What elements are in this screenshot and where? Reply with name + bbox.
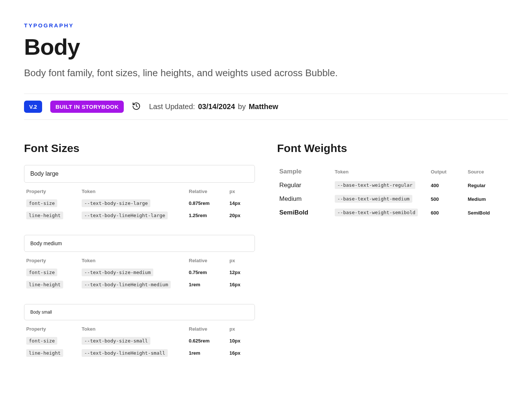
col-output: Output bbox=[429, 165, 466, 178]
storybook-badge[interactable]: BUILT IN STORYBOOK bbox=[50, 101, 124, 113]
token-cell: --text-body-lineHeight-medium bbox=[82, 281, 171, 288]
page-title: Body bbox=[24, 34, 508, 60]
last-updated-date: 03/14/2024 bbox=[198, 102, 235, 111]
table-row: font-size--text-body-size-small0.625rem1… bbox=[24, 335, 255, 347]
weight-output: 400 bbox=[431, 183, 439, 188]
table-row: SemiBold--base-text-weight-semibold600Se… bbox=[277, 206, 508, 219]
token-cell: --text-body-lineHeight-large bbox=[82, 212, 168, 219]
version-badge: V.2 bbox=[24, 101, 42, 113]
weight-token: --base-text-weight-regular bbox=[335, 181, 415, 189]
col-relative: Relative bbox=[187, 185, 227, 197]
sample-box: Body large bbox=[24, 165, 255, 183]
font-size-table: PropertyTokenRelativepxfont-size--text-b… bbox=[24, 254, 255, 291]
font-size-table: PropertyTokenRelativepxfont-size--text-b… bbox=[24, 185, 255, 222]
table-row: Regular--base-text-weight-regular400Regu… bbox=[277, 178, 508, 192]
col-relative: Relative bbox=[187, 254, 227, 266]
relative-cell: 1.25rem bbox=[189, 213, 207, 218]
col-px: px bbox=[227, 254, 255, 266]
property-cell: font-size bbox=[26, 269, 57, 276]
table-row: font-size--text-body-size-large0.875rem1… bbox=[24, 197, 255, 209]
sample-box: Body medium bbox=[24, 235, 255, 252]
table-row: line-height--text-body-lineHeight-small1… bbox=[24, 347, 255, 359]
px-cell: 16px bbox=[229, 282, 241, 287]
font-weights-table: Sample Token Output Source Regular--base… bbox=[277, 165, 508, 219]
table-row: line-height--text-body-lineHeight-medium… bbox=[24, 278, 255, 291]
property-cell: line-height bbox=[26, 212, 63, 219]
by-label: by bbox=[238, 102, 246, 111]
token-cell: --text-body-size-medium bbox=[82, 269, 153, 276]
font-size-table: PropertyTokenRelativepxfont-size--text-b… bbox=[24, 322, 255, 359]
weight-token: --base-text-weight-medium bbox=[335, 195, 412, 203]
last-updated: Last Updated: 03/14/2024 by Matthew bbox=[149, 102, 278, 111]
weight-source: Regular bbox=[468, 183, 485, 188]
eyebrow: TYPOGRAPHY bbox=[24, 22, 508, 28]
col-relative: Relative bbox=[187, 322, 227, 335]
relative-cell: 0.875rem bbox=[189, 200, 209, 206]
author: Matthew bbox=[249, 102, 278, 111]
table-row: font-size--text-body-size-medium0.75rem1… bbox=[24, 266, 255, 278]
weight-source: Medium bbox=[468, 196, 486, 202]
sample-box: Body small bbox=[24, 304, 255, 320]
col-token: Token bbox=[332, 165, 429, 178]
weight-token: --base-text-weight-semibold bbox=[335, 209, 418, 216]
col-token: Token bbox=[79, 254, 187, 266]
col-sample: Sample bbox=[277, 165, 332, 178]
weight-output: 600 bbox=[431, 210, 439, 216]
property-cell: font-size bbox=[26, 337, 57, 345]
page-description: Body font family, font sizes, line heigh… bbox=[24, 67, 508, 79]
token-cell: --text-body-size-large bbox=[82, 199, 150, 207]
weight-sample: Regular bbox=[277, 178, 332, 192]
token-cell: --text-body-lineHeight-small bbox=[82, 349, 168, 357]
px-cell: 14px bbox=[229, 200, 241, 206]
col-property: Property bbox=[24, 185, 79, 197]
relative-cell: 1rem bbox=[189, 350, 200, 356]
px-cell: 10px bbox=[229, 338, 241, 344]
last-updated-label: Last Updated: bbox=[149, 102, 195, 111]
table-row: line-height--text-body-lineHeight-large1… bbox=[24, 209, 255, 222]
meta-row: V.2 BUILT IN STORYBOOK Last Updated: 03/… bbox=[24, 94, 508, 120]
relative-cell: 0.75rem bbox=[189, 270, 207, 275]
col-token: Token bbox=[79, 322, 187, 335]
weight-output: 500 bbox=[431, 196, 439, 202]
token-cell: --text-body-size-small bbox=[82, 337, 150, 345]
history-icon[interactable] bbox=[132, 102, 141, 112]
font-sizes-title: Font Sizes bbox=[24, 142, 255, 155]
col-px: px bbox=[227, 322, 255, 335]
px-cell: 12px bbox=[229, 270, 241, 275]
property-cell: line-height bbox=[26, 349, 63, 357]
col-property: Property bbox=[24, 254, 79, 266]
col-source: Source bbox=[466, 165, 508, 178]
property-cell: font-size bbox=[26, 199, 57, 207]
weight-source: SemiBold bbox=[468, 210, 490, 216]
font-weights-title: Font Weights bbox=[277, 142, 508, 155]
px-cell: 16px bbox=[229, 350, 241, 356]
table-row: Medium--base-text-weight-medium500Medium bbox=[277, 192, 508, 206]
relative-cell: 0.625rem bbox=[189, 338, 209, 344]
col-token: Token bbox=[79, 185, 187, 197]
weight-sample: SemiBold bbox=[277, 206, 332, 219]
property-cell: line-height bbox=[26, 281, 63, 288]
relative-cell: 1rem bbox=[189, 282, 200, 287]
col-property: Property bbox=[24, 322, 79, 335]
weight-sample: Medium bbox=[277, 192, 332, 206]
px-cell: 20px bbox=[229, 213, 241, 218]
col-px: px bbox=[227, 185, 255, 197]
